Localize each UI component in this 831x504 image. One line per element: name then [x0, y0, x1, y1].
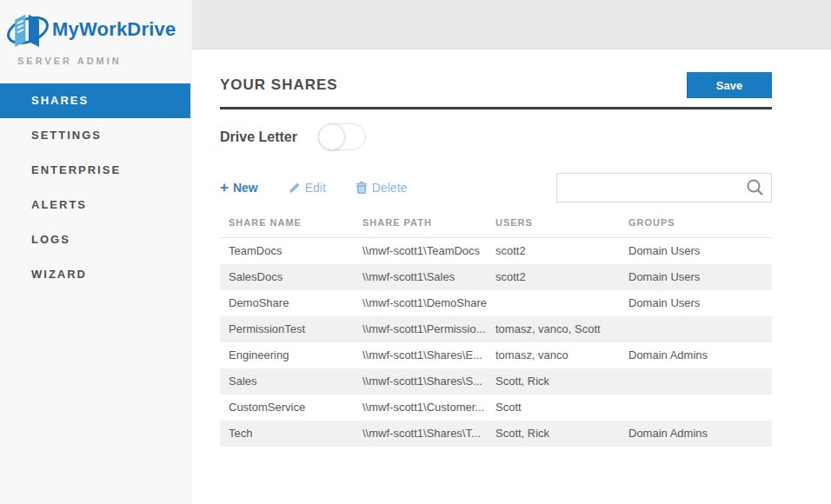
- sidebar-item-wizard[interactable]: WIZARD: [0, 257, 190, 292]
- column-header-share-path: SHARE PATH: [354, 209, 487, 238]
- cell-users: tomasz, vanco, Scott: [487, 316, 620, 342]
- sidebar-item-logs[interactable]: LOGS: [0, 222, 190, 257]
- sidebar-item-settings[interactable]: SETTINGS: [0, 118, 190, 153]
- cell-share-name: Sales: [220, 368, 354, 395]
- cell-users: tomasz, vanco: [487, 342, 620, 368]
- myworkdrive-logo-icon: [5, 7, 50, 52]
- save-button[interactable]: Save: [687, 72, 772, 98]
- page-title: YOUR SHARES: [220, 76, 338, 94]
- cell-groups: Domain Users: [620, 264, 772, 290]
- cell-share-name: Engineering: [220, 342, 354, 368]
- cell-share-path: \\mwf-scott1\Sales: [354, 264, 487, 290]
- cell-groups: [620, 316, 772, 342]
- table-row[interactable]: CustomService \\mwf-scott1\Customer... S…: [220, 395, 772, 421]
- sidebar-menu: SHARES SETTINGS ENTERPRISE ALERTS LOGS W…: [0, 83, 190, 292]
- cell-groups: Domain Users: [620, 238, 772, 264]
- logo-area: MyWorkDrive SERVER ADMIN: [0, 0, 190, 83]
- cell-share-name: CustomService: [220, 395, 354, 421]
- search-box: [556, 173, 772, 202]
- cell-groups: Domain Admins: [620, 421, 772, 447]
- cell-share-name: DemoShare: [220, 290, 354, 316]
- brand-name: MyWorkDrive: [52, 18, 176, 41]
- cell-share-path: \\mwf-scott1\DemoShare: [354, 290, 487, 316]
- cell-share-path: \\mwf-scott1\Shares\S...: [354, 368, 487, 395]
- brand-subtitle: SERVER ADMIN: [17, 56, 190, 66]
- sidebar-item-alerts[interactable]: ALERTS: [0, 188, 190, 222]
- toggle-knob-icon: [318, 123, 345, 150]
- sidebar-item-shares[interactable]: SHARES: [0, 83, 190, 118]
- table-row[interactable]: Tech \\mwf-scott1\Shares\T... Scott, Ric…: [220, 421, 772, 447]
- cell-users: Scott, Rick: [487, 368, 620, 395]
- top-bar: [192, 0, 831, 50]
- main-content: YOUR SHARES Save Drive Letter + New Edit: [192, 50, 831, 504]
- column-header-groups: GROUPS: [620, 209, 772, 238]
- shares-table: SHARE NAME SHARE PATH USERS GROUPS TeamD…: [220, 209, 772, 447]
- cell-users: scott2: [487, 238, 620, 264]
- cell-users: Scott, Rick: [487, 421, 620, 447]
- edit-share-button[interactable]: Edit: [288, 181, 326, 195]
- sidebar: MyWorkDrive SERVER ADMIN SHARES SETTINGS…: [0, 0, 191, 504]
- cell-share-path: \\mwf-scott1\Shares\E...: [354, 342, 487, 368]
- cell-share-path: \\mwf-scott1\Customer...: [354, 395, 487, 421]
- cell-groups: Domain Users: [620, 290, 772, 316]
- plus-icon: +: [220, 179, 229, 196]
- drive-letter-toggle[interactable]: [318, 123, 366, 150]
- table-row[interactable]: PermissionTest \\mwf-scott1\Permissio...…: [220, 316, 772, 342]
- cell-share-path: \\mwf-scott1\Permissio...: [354, 316, 487, 342]
- table-header-row: SHARE NAME SHARE PATH USERS GROUPS: [220, 209, 772, 238]
- drive-letter-label: Drive Letter: [220, 129, 297, 145]
- cell-share-name: SalesDocs: [220, 264, 354, 290]
- table-row[interactable]: TeamDocs \\mwf-scott1\TeamDocs scott2 Do…: [220, 238, 772, 264]
- table-row[interactable]: SalesDocs \\mwf-scott1\Sales scott2 Doma…: [220, 264, 772, 290]
- cell-share-name: Tech: [220, 421, 354, 447]
- trash-icon: [356, 182, 368, 195]
- cell-users: scott2: [487, 264, 620, 290]
- cell-share-path: \\mwf-scott1\TeamDocs: [354, 238, 487, 264]
- cell-users: Scott: [487, 395, 620, 421]
- title-divider: [220, 107, 772, 109]
- table-row[interactable]: Sales \\mwf-scott1\Shares\S... Scott, Ri…: [220, 368, 772, 395]
- sidebar-item-enterprise[interactable]: ENTERPRISE: [0, 153, 190, 188]
- table-row[interactable]: Engineering \\mwf-scott1\Shares\E... tom…: [220, 342, 772, 368]
- cell-groups: [620, 395, 772, 421]
- search-input[interactable]: [556, 173, 772, 202]
- column-header-users: USERS: [487, 209, 620, 238]
- table-row[interactable]: DemoShare \\mwf-scott1\DemoShare Domain …: [220, 290, 772, 316]
- cell-share-path: \\mwf-scott1\Shares\T...: [354, 421, 487, 447]
- new-share-button[interactable]: + New: [220, 179, 258, 196]
- cell-groups: [620, 368, 772, 395]
- delete-share-button[interactable]: Delete: [356, 181, 407, 195]
- cell-share-name: PermissionTest: [220, 316, 354, 342]
- search-icon[interactable]: [746, 178, 765, 197]
- column-header-share-name: SHARE NAME: [220, 209, 354, 238]
- cell-users: [487, 290, 620, 316]
- cell-groups: Domain Admins: [620, 342, 772, 368]
- cell-share-name: TeamDocs: [220, 238, 354, 264]
- pencil-icon: [288, 182, 301, 195]
